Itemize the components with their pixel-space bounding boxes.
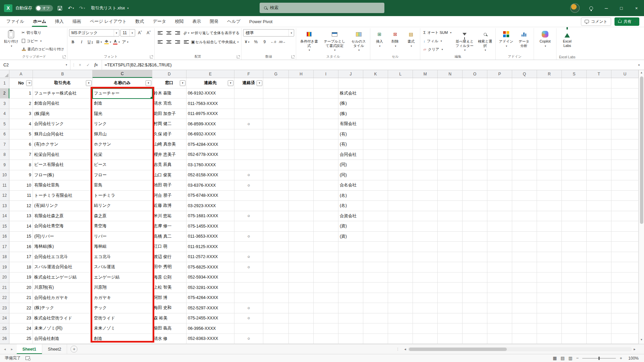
- cell-O5[interactable]: [463, 119, 487, 129]
- cell-U11[interactable]: [611, 180, 639, 191]
- filter-button-E[interactable]: ▾: [228, 80, 233, 86]
- cell-K12[interactable]: [363, 191, 388, 201]
- cell-U1[interactable]: [611, 78, 639, 88]
- cell-E5[interactable]: 06-8599-XXXX: [186, 119, 234, 129]
- row-header-11[interactable]: 11: [0, 180, 9, 191]
- column-header-S[interactable]: S: [562, 70, 587, 78]
- cell-F24[interactable]: ○: [234, 313, 263, 324]
- ribbon-tab-データ[interactable]: データ: [149, 16, 171, 27]
- cell-S1[interactable]: [562, 78, 587, 88]
- cell-Q22[interactable]: [512, 293, 537, 303]
- cell-L12[interactable]: [388, 191, 413, 201]
- cell-S20[interactable]: [562, 273, 587, 283]
- cell-E1[interactable]: 連絡先▾: [186, 78, 234, 88]
- cell-P3[interactable]: [487, 99, 512, 109]
- cell-B25[interactable]: 未来ノゾミ(同): [33, 323, 93, 334]
- cell-R26[interactable]: [537, 334, 562, 344]
- cell-R24[interactable]: [537, 313, 562, 324]
- cell-C18[interactable]: エコ北斗: [93, 252, 152, 262]
- redo-button[interactable]: ↷▾: [78, 4, 86, 12]
- cell-L26[interactable]: [388, 334, 413, 344]
- cell-R23[interactable]: [537, 303, 562, 313]
- cell-H12[interactable]: [289, 191, 314, 201]
- cell-L5[interactable]: [388, 119, 413, 129]
- cell-P7[interactable]: [487, 139, 512, 150]
- cell-D11[interactable]: 池田 萌子: [152, 180, 186, 191]
- cell-Q5[interactable]: [512, 119, 537, 129]
- cell-E8[interactable]: 052-6778-XXXX: [186, 150, 234, 160]
- cell-K3[interactable]: [363, 99, 388, 109]
- cell-B3[interactable]: 創造合同会社: [33, 99, 93, 109]
- cell-L15[interactable]: [388, 221, 413, 232]
- cell-T9[interactable]: [587, 160, 611, 170]
- cell-I18[interactable]: [314, 252, 338, 262]
- cell-T20[interactable]: [587, 273, 611, 283]
- cell-I24[interactable]: [314, 313, 338, 324]
- cell-D20[interactable]: 海原 公則: [152, 273, 186, 283]
- cell-R7[interactable]: [537, 139, 562, 150]
- cell-C24[interactable]: 空街ライド: [93, 313, 152, 324]
- row-header-6[interactable]: 6: [0, 129, 9, 140]
- cell-I21[interactable]: [314, 283, 338, 293]
- cell-Q21[interactable]: [512, 283, 537, 293]
- cell-A24[interactable]: 23: [9, 313, 33, 324]
- ribbon-tab-ホーム[interactable]: ホーム: [29, 16, 51, 27]
- cell-J10[interactable]: (同): [338, 170, 363, 181]
- cell-K9[interactable]: [363, 160, 388, 170]
- cell-A13[interactable]: 12: [9, 201, 33, 211]
- cell-J11[interactable]: 合名会社: [338, 180, 363, 191]
- cell-H21[interactable]: [289, 283, 314, 293]
- cell-O22[interactable]: [463, 293, 487, 303]
- cell-D18[interactable]: 渡辺 俊行: [152, 252, 186, 262]
- cell-N3[interactable]: [438, 99, 463, 109]
- cell-L20[interactable]: [388, 273, 413, 283]
- row-header-20[interactable]: 20: [0, 273, 9, 283]
- cell-H17[interactable]: [289, 242, 314, 252]
- cell-O19[interactable]: [463, 262, 487, 273]
- cell-U21[interactable]: [611, 283, 639, 293]
- cell-D21[interactable]: 上松 智美: [152, 283, 186, 293]
- row-header-10[interactable]: 10: [0, 170, 9, 181]
- cell-M3[interactable]: [413, 99, 438, 109]
- cell-H10[interactable]: [289, 170, 314, 181]
- cell-A4[interactable]: 3: [9, 109, 33, 119]
- ribbon-tab-ファイル[interactable]: ファイル: [2, 16, 29, 27]
- cell-B13[interactable]: (有)結リンク: [33, 201, 93, 211]
- cell-J6[interactable]: (有): [338, 129, 363, 140]
- autosum-button[interactable]: Σオート SUM: [422, 29, 453, 36]
- cell-A12[interactable]: 11: [9, 191, 33, 201]
- cell-J26[interactable]: [338, 334, 363, 344]
- cell-N5[interactable]: [438, 119, 463, 129]
- excel-app-icon[interactable]: [4, 4, 12, 12]
- cell-P4[interactable]: [487, 109, 512, 119]
- column-header-N[interactable]: N: [438, 70, 463, 78]
- cell-Q13[interactable]: [512, 201, 537, 211]
- cell-B9[interactable]: ピース有限会社: [33, 160, 93, 170]
- normal-view-button[interactable]: ▦: [553, 356, 557, 361]
- cell-S22[interactable]: [562, 293, 587, 303]
- column-header-P[interactable]: P: [487, 70, 512, 78]
- close-button[interactable]: ×: [629, 0, 644, 16]
- cell-R16[interactable]: [537, 232, 562, 242]
- cell-U20[interactable]: [611, 273, 639, 283]
- cell-O1[interactable]: [463, 78, 487, 88]
- cell-T25[interactable]: [587, 323, 611, 334]
- excel-labs-button[interactable]: Excel Labs: [558, 29, 576, 53]
- cell-H11[interactable]: [289, 180, 314, 191]
- cell-I6[interactable]: [314, 129, 338, 140]
- cell-A23[interactable]: 22: [9, 303, 33, 313]
- cell-E10[interactable]: 052-8158-XXXX: [186, 170, 234, 181]
- cell-Q20[interactable]: [512, 273, 537, 283]
- cell-G4[interactable]: [263, 109, 289, 119]
- cell-H15[interactable]: [289, 221, 314, 232]
- cell-R25[interactable]: [537, 323, 562, 334]
- cell-S19[interactable]: [562, 262, 587, 273]
- column-header-T[interactable]: T: [587, 70, 611, 78]
- cell-T21[interactable]: [587, 283, 611, 293]
- cell-Q7[interactable]: [512, 139, 537, 150]
- cell-G19[interactable]: [263, 262, 289, 273]
- cell-T10[interactable]: [587, 170, 611, 181]
- delete-cells-button[interactable]: ⊠ 削除: [388, 29, 402, 53]
- cell-H8[interactable]: [289, 150, 314, 160]
- fill-button[interactable]: ↓フィル: [422, 37, 453, 45]
